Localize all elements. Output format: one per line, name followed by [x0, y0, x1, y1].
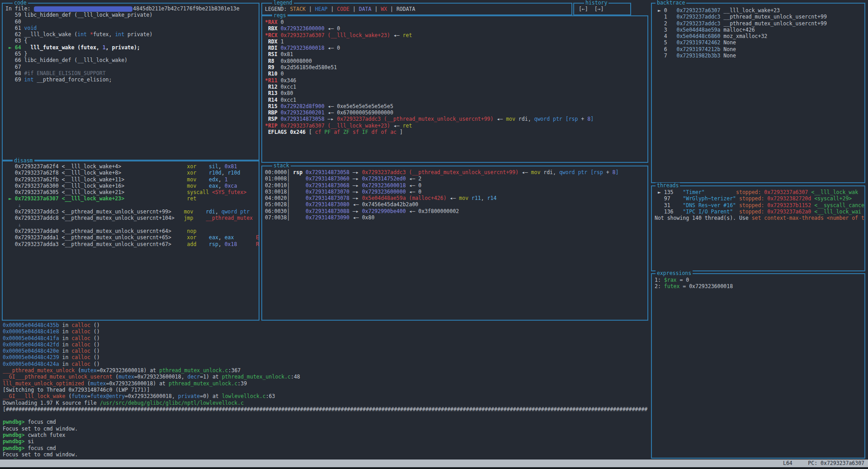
text-line: Focus set to cmd window.: [3, 451, 651, 458]
text-line: 1 0x7293237addc3 __pthread_mutex_unlock_…: [655, 14, 864, 20]
text-line: 0x7293237a62f4 <__lll_lock_wake+4> xor s…: [5, 163, 259, 170]
text-line: 0x7293237a6305 <__lll_lock_wake+21> sysc…: [5, 189, 259, 195]
console-output[interactable]: 0x00005e04d48c435b in calloc ()0x00005e0…: [1, 322, 651, 459]
text-line: 07:0038│ 0x729314873090 ◂— 0x80: [265, 214, 647, 221]
redacted-file-path: [34, 6, 132, 12]
text-line: 0x00005e04d48c41e8 in calloc (): [3, 328, 651, 335]
text-line: 69 int __pthread_force_elision;: [5, 76, 259, 83]
text-line: ↓: [5, 202, 259, 208]
text-line: 67: [5, 64, 259, 70]
source-file-line: In file: 4845db211e7b42c7176f9be21b8301e…: [5, 5, 259, 12]
thread-lines: ► 135 "Timer" stopped: 0x7293237a6307 <_…: [655, 189, 864, 221]
text-line: [3, 412, 651, 419]
text-line: ► 0 0x7293237a6307 __lll_lock_wake+23: [655, 7, 864, 14]
text-line: __GI___lll_lock_wake (futex=futex@entry=…: [3, 393, 651, 399]
text-line: 0x00005e04d48c435b in calloc (): [3, 322, 651, 328]
text-line: 0x7293237addc8 <__pthread_mutex_unlock_u…: [5, 215, 259, 221]
text-line: 66 libc_hidden_def (__lll_lock_wake): [5, 57, 259, 63]
text-line: 136 "IPC I/O Parent" stopped: 0x7293237a…: [655, 208, 864, 215]
legend-lines: LEGEND: STACK | HEAP | CODE | DATA | WX …: [265, 6, 571, 12]
disassembly-lines: 0x7293237a62f4 <__lll_lock_wake+4> xor s…: [5, 163, 259, 247]
expressions-panel: expressions 1: $rax = 02: futex = 0x7293…: [651, 273, 865, 459]
text-line: 68 #if ENABLE_ELISION_SUPPORT: [5, 70, 259, 76]
text-line: 4 0x5e04d48c6860 moz_xmalloc+32: [655, 33, 864, 39]
text-line: 63 {: [5, 38, 259, 44]
history-buttons: [←] [→]: [579, 6, 630, 12]
text-line: 61 void: [5, 25, 259, 31]
text-line: pwndbg> cwatch futex: [3, 432, 651, 438]
history-back-button[interactable]: [←]: [579, 6, 588, 12]
registers-panel: regs *RAX 0 RBX 0x729323600000 ◂— 0*RCX …: [261, 15, 648, 163]
text-line: 2 0x7293237addc3 __pthread_mutex_unlock_…: [655, 20, 864, 27]
text-line: 0x00005e04d48c41fa in calloc (): [3, 335, 651, 341]
text-line: 00:0000│ rsp 0x729314873058 —▸ 0x7293237…: [265, 169, 647, 175]
text-line: RDI 0x729323600018 ◂— 0: [265, 45, 647, 51]
text-line: 1: $rax = 0: [655, 277, 864, 283]
text-line: pwndbg> focus cmd: [3, 419, 651, 425]
console-lines: 0x00005e04d48c435b in calloc ()0x00005e0…: [3, 322, 651, 459]
stack-lines: 00:0000│ rsp 0x729314873058 —▸ 0x7293237…: [265, 169, 647, 221]
backtrace-panel-title: backtrace: [656, 0, 686, 6]
legend-panel-title: legend: [272, 0, 294, 6]
text-line: ► 0x7293237a6307 <__lll_lock_wake+23> re…: [5, 195, 259, 202]
text-line: 0x00005e04d48c4239 in calloc (): [3, 354, 651, 360]
text-line: 31 "DNS Res~ver #16" stopped: 0x7293237b…: [655, 202, 864, 208]
text-line: R12 0xcc1: [265, 84, 647, 90]
text-line: 01:0008│ 0x729314873060 —▸ 0x729314752ed…: [265, 175, 647, 182]
text-line: R15 0x729282d8f900 ◂— 0xe5e5e5e5e5e5e5e5: [265, 103, 647, 109]
text-line: ► 135 "Timer" stopped: 0x7293237a6307 <_…: [655, 189, 864, 195]
text-line: LEGEND: STACK | HEAP | CODE | DATA | WX …: [265, 6, 571, 12]
text-line: Downloading 1.97 K source file /usr/src/…: [3, 400, 651, 406]
history-panel-title: history: [584, 0, 609, 6]
text-line: R14 0xcc1: [265, 97, 647, 103]
code-panel-title: code: [13, 0, 28, 6]
text-line: 60: [5, 19, 259, 25]
code-panel: code In file: 4845db211e7b42c7176f9be21b…: [2, 3, 259, 161]
text-line: 03:0018│ 0x729314873070 —▸ 0x72932360000…: [265, 189, 647, 195]
text-line: 02:0010│ 0x729314873068 —▸ 0x72932360001…: [265, 182, 647, 189]
legend-panel: legend LEGEND: STACK | HEAP | CODE | DAT…: [261, 3, 572, 15]
history-forward-button[interactable]: [→]: [594, 6, 604, 12]
threads-panel-title: threads: [656, 183, 680, 189]
expressions-panel-title: expressions: [656, 270, 693, 276]
text-line: R9 0x2d561850ed580e51: [265, 64, 647, 71]
text-line: *RIP 0x7293237a6307 (__lll_lock_wake+23)…: [265, 123, 647, 129]
text-line: 6 0x72931974212b None: [655, 46, 864, 52]
text-line: [#######################################…: [3, 406, 651, 412]
text-line: 04:0020│ 0x729314873078 —▸ 0x5e04d48ae59…: [265, 195, 647, 201]
text-line: R8 0x80008000: [265, 58, 647, 64]
backtrace-lines: ► 0 0x7293237a6307 __lll_lock_wake+23 1 …: [655, 7, 864, 59]
text-line: lll_mutex_unlock_optimized (mutex=0x7293…: [3, 380, 651, 387]
text-line: [Switching to Thread 0x7293148746c0 (LWP…: [3, 387, 651, 393]
text-line: 3 0x5e04d48ae59a malloc+426: [655, 27, 864, 33]
stack-panel-title: stack: [272, 163, 291, 169]
text-line: 0x7293237a62f8 <__lll_lock_wake+8> xor r…: [5, 170, 259, 176]
disassembly-panel-title: disasm: [13, 158, 34, 164]
text-line: 0x7293237adda1 <__pthread_mutex_unlock_u…: [5, 234, 259, 241]
text-line: R10 0: [265, 71, 647, 77]
stack-panel: stack 00:0000│ rsp 0x729314873058 —▸ 0x7…: [261, 166, 648, 321]
backtrace-panel: backtrace ► 0 0x7293237a6307 __lll_lock_…: [651, 3, 865, 183]
source-code-lines: 59 libc_hidden_def (__lll_lock_wake_priv…: [5, 12, 259, 83]
text-line: 65 }: [5, 51, 259, 57]
history-panel: history [←] [→]: [573, 3, 631, 15]
text-line: RBX 0x729323600000 ◂— 0: [265, 25, 647, 32]
text-line: RBP 0x729323600201 ◂— 0x6700000569000000: [265, 109, 647, 116]
text-line: R13 0x80: [265, 90, 647, 96]
text-line: 0x00005e04d48c42fd in calloc (): [3, 341, 651, 348]
text-line: 0x00005e04d48c420e in calloc (): [3, 348, 651, 354]
text-line: 0x7293237a62fb <__lll_lock_wake+11> mov …: [5, 176, 259, 183]
text-line: 97 "WrGlyph~terizer" stopped: 0x72932382…: [655, 195, 864, 202]
disassembly-panel: disasm 0x7293237a62f4 <__lll_lock_wake+4…: [2, 161, 259, 321]
text-line: 0x7293237adda0 <__pthread_mutex_unlock_u…: [5, 228, 259, 234]
status-line-pc: L64 PC: 0x7293237a6307: [783, 460, 864, 467]
text-line: RDX 1: [265, 38, 647, 45]
text-line: pwndbg> focus cmd: [3, 445, 651, 451]
text-line: 05:0028│ 0x729314873080 ◂— 0x7456e45da42…: [265, 201, 647, 208]
history-spacer: [588, 6, 594, 12]
file-label: In file:: [5, 5, 33, 12]
expression-lines: 1: $rax = 02: futex = 0x729323600018: [655, 277, 864, 290]
text-line: RSP 0x729314873058 —▸ 0x7293237addc3 (__…: [265, 116, 647, 122]
text-line: ↓: [5, 222, 259, 228]
text-line: 59 libc_hidden_def (__lll_lock_wake_priv…: [5, 12, 259, 18]
